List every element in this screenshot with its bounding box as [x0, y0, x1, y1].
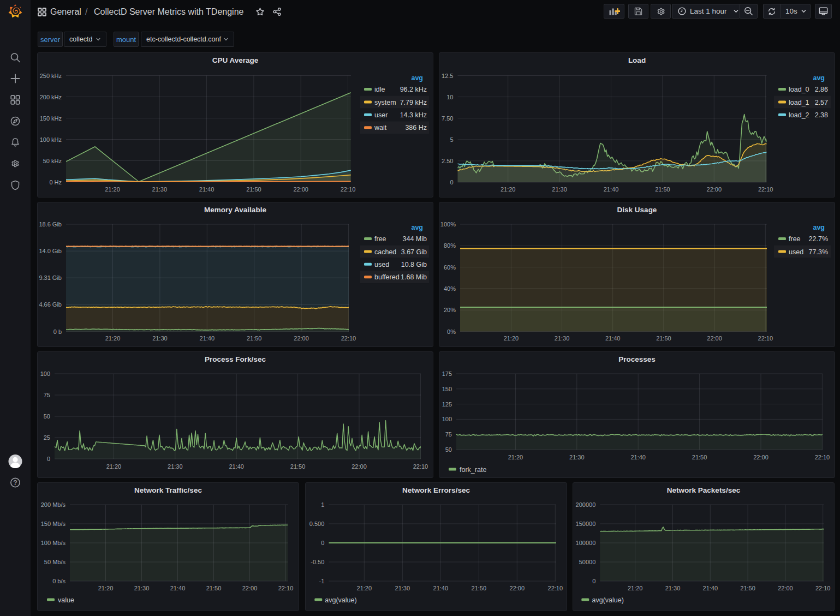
svg-text:CPU Average: CPU Average [212, 56, 259, 64]
svg-text:21:30: 21:30 [395, 585, 410, 591]
svg-text:0%: 0% [447, 328, 456, 335]
svg-text:fork_rate: fork_rate [460, 466, 486, 474]
svg-text:100: 100 [442, 416, 452, 422]
svg-text:1: 1 [321, 501, 324, 508]
svg-text:200 kHz: 200 kHz [40, 94, 62, 100]
svg-text:used: used [374, 261, 389, 268]
svg-text:10: 10 [446, 94, 453, 100]
svg-text:21:30: 21:30 [152, 335, 168, 342]
svg-text:Processes: Processes [618, 355, 656, 363]
svg-text:22:00: 22:00 [242, 585, 258, 591]
svg-text:14.3 kHz: 14.3 kHz [400, 111, 427, 119]
svg-text:50000: 50000 [579, 559, 596, 565]
svg-text:21:30: 21:30 [168, 463, 183, 470]
svg-text:buffered: buffered [374, 273, 400, 281]
svg-text:100%: 100% [440, 221, 456, 228]
svg-text:25: 25 [44, 434, 50, 441]
svg-text:Disk Usage: Disk Usage [617, 206, 657, 214]
svg-text:21:40: 21:40 [605, 335, 621, 342]
svg-text:load_0: load_0 [789, 86, 809, 93]
svg-text:21:40: 21:40 [200, 335, 215, 342]
svg-text:386 Hz: 386 Hz [405, 124, 427, 131]
svg-text:idle: idle [374, 86, 385, 93]
svg-text:Process Fork/sec: Process Fork/sec [205, 355, 266, 363]
svg-text:22:00: 22:00 [352, 463, 367, 470]
svg-text:-0.50: -0.50 [311, 559, 324, 565]
svg-text:22:10: 22:10 [548, 585, 563, 591]
svg-text:22:00: 22:00 [778, 585, 793, 591]
svg-text:21:40: 21:40 [604, 186, 619, 193]
svg-text:10.8 Gib: 10.8 Gib [401, 261, 427, 268]
svg-text:5: 5 [450, 136, 453, 143]
svg-text:21:20: 21:20 [98, 585, 114, 591]
svg-text:150 kHz: 150 kHz [40, 115, 62, 122]
svg-text:21:50: 21:50 [290, 463, 306, 470]
svg-text:21:20: 21:20 [357, 585, 372, 591]
svg-text:21:40: 21:40 [170, 585, 186, 591]
svg-text:0 Hz: 0 Hz [49, 179, 62, 186]
svg-text:150000: 150000 [576, 521, 596, 527]
svg-text:21:40: 21:40 [630, 454, 646, 460]
svg-text:Load: Load [628, 56, 646, 64]
svg-text:0: 0 [592, 578, 595, 584]
svg-text:4.66 Gib: 4.66 Gib [39, 301, 62, 308]
svg-text:100 kHz: 100 kHz [40, 136, 62, 143]
svg-text:0 b/s: 0 b/s [52, 578, 65, 584]
svg-text:96.2 kHz: 96.2 kHz [400, 86, 427, 93]
svg-text:344 Mib: 344 Mib [403, 235, 427, 243]
svg-text:50 kHz: 50 kHz [43, 158, 62, 164]
svg-text:150 Mb/s: 150 Mb/s [41, 521, 66, 527]
svg-text:21:20: 21:20 [501, 186, 516, 193]
svg-text:20%: 20% [444, 307, 456, 313]
svg-text:21:50: 21:50 [740, 585, 755, 591]
svg-text:Memory Available: Memory Available [204, 206, 266, 214]
svg-text:22:00: 22:00 [707, 335, 722, 342]
svg-text:21:40: 21:40 [229, 463, 244, 470]
svg-text:22:10: 22:10 [815, 454, 830, 460]
svg-text:21:30: 21:30 [134, 585, 150, 591]
svg-text:22:00: 22:00 [753, 454, 768, 460]
svg-text:200000: 200000 [576, 501, 596, 508]
svg-text:77.3%: 77.3% [809, 248, 828, 256]
svg-text:7.79 kHz: 7.79 kHz [400, 99, 427, 106]
svg-text:21:50: 21:50 [246, 186, 261, 193]
svg-text:0: 0 [450, 179, 453, 186]
svg-text:load_1: load_1 [789, 99, 809, 106]
svg-text:21:30: 21:30 [665, 585, 681, 591]
svg-text:21:30: 21:30 [569, 454, 585, 460]
svg-text:free: free [374, 235, 386, 243]
svg-text:50: 50 [44, 413, 50, 420]
svg-text:21:30: 21:30 [555, 335, 570, 342]
svg-text:150: 150 [442, 386, 452, 392]
svg-text:21:30: 21:30 [552, 186, 567, 193]
svg-text:2.86: 2.86 [815, 86, 828, 93]
svg-text:60%: 60% [444, 264, 456, 271]
svg-text:22:10: 22:10 [758, 335, 773, 342]
svg-text:used: used [789, 248, 803, 256]
svg-text:21:50: 21:50 [206, 585, 222, 591]
svg-text:21:40: 21:40 [433, 585, 449, 591]
svg-text:12.5: 12.5 [442, 73, 453, 79]
svg-text:125: 125 [442, 401, 452, 408]
svg-text:21:20: 21:20 [504, 335, 519, 342]
svg-text:avg(value): avg(value) [592, 596, 624, 604]
svg-text:Network Traffic/sec: Network Traffic/sec [134, 486, 202, 494]
svg-text:21:50: 21:50 [472, 585, 487, 591]
svg-text:22:10: 22:10 [341, 335, 356, 342]
svg-text:avg: avg [813, 74, 825, 82]
svg-text:1.68 Mib: 1.68 Mib [401, 273, 427, 281]
svg-text:21:50: 21:50 [247, 335, 262, 342]
svg-text:50 Mb/s: 50 Mb/s [44, 559, 66, 565]
svg-text:14.0 Gib: 14.0 Gib [39, 248, 62, 254]
svg-text:21:50: 21:50 [692, 454, 707, 460]
svg-text:50: 50 [445, 446, 452, 453]
svg-text:40%: 40% [444, 285, 456, 292]
svg-text:21:20: 21:20 [628, 585, 643, 591]
svg-text:22:10: 22:10 [815, 585, 831, 591]
svg-text:7.50: 7.50 [442, 115, 453, 122]
svg-text:22:00: 22:00 [294, 335, 309, 342]
svg-text:0.500: 0.500 [309, 521, 325, 527]
svg-text:22:00: 22:00 [293, 186, 308, 193]
svg-text:0: 0 [321, 540, 324, 546]
svg-text:75: 75 [445, 431, 452, 438]
